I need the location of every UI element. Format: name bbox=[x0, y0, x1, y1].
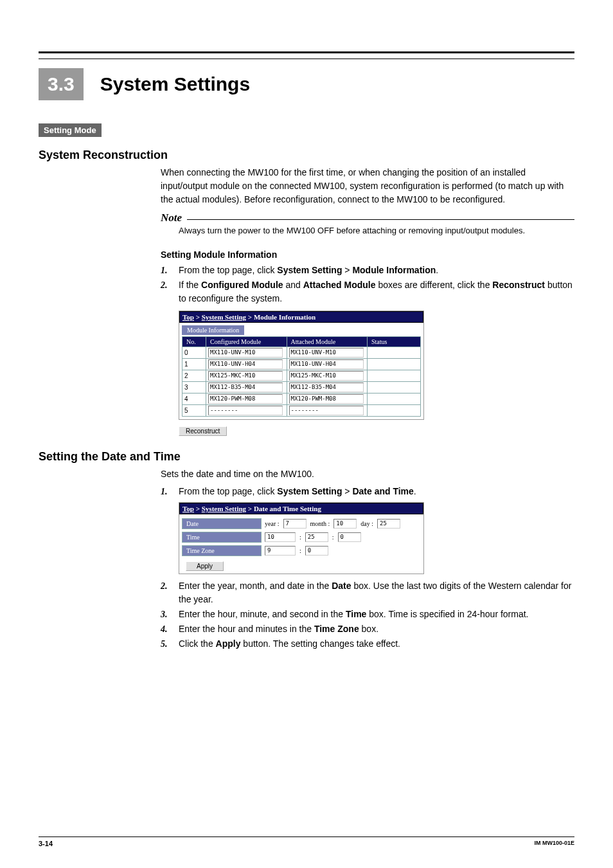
tz-label: Time Zone bbox=[182, 545, 262, 556]
module-info-tab[interactable]: Module Information bbox=[182, 325, 244, 335]
year-input[interactable]: 7 bbox=[283, 519, 306, 529]
conf-input[interactable]: -------- bbox=[208, 406, 283, 415]
chapter-title: System Settings bbox=[100, 73, 250, 95]
page-footer: 3-14 IM MW100-01E bbox=[39, 836, 574, 847]
cell-status bbox=[368, 370, 421, 382]
conf-input[interactable]: MX120-PWM-M08 bbox=[208, 394, 283, 404]
cell-no: 0 bbox=[182, 347, 206, 359]
cell-status bbox=[368, 405, 421, 417]
cell-att: MX110-UNV-H04 bbox=[287, 359, 368, 370]
conf-input[interactable]: MX112-B35-M04 bbox=[208, 383, 283, 392]
step-2: 2. Enter the year, month, and date in th… bbox=[161, 579, 574, 606]
text: If the bbox=[179, 280, 201, 290]
page-number: 3-14 bbox=[39, 840, 53, 847]
module-table: No. Configured Module Attached Module St… bbox=[182, 336, 421, 417]
apply-button[interactable]: Apply bbox=[186, 561, 224, 571]
date-time-screenshot: Top > System Setting > Date and Time Set… bbox=[179, 502, 424, 574]
text: > bbox=[342, 486, 352, 496]
th-conf: Configured Module bbox=[206, 337, 287, 347]
th-status: Status bbox=[368, 337, 421, 347]
conf-input[interactable]: MX110-UNV-H04 bbox=[208, 359, 283, 369]
step-num: 2. bbox=[161, 278, 172, 305]
cell-no: 2 bbox=[182, 370, 206, 382]
time-hour-input[interactable]: 10 bbox=[265, 532, 296, 542]
setting-mode-tag: Setting Mode bbox=[39, 123, 102, 137]
cell-conf: MX125-MKC-M10 bbox=[206, 370, 287, 382]
att-input[interactable]: MX120-PWM-M08 bbox=[289, 394, 364, 404]
tz-hour-input[interactable]: 9 bbox=[265, 546, 296, 556]
date-time-steps: 1. From the top page, click System Setti… bbox=[161, 485, 574, 498]
crumb-sys[interactable]: System Setting bbox=[202, 505, 246, 512]
att-input[interactable]: MX110-UNV-M10 bbox=[289, 348, 364, 357]
module-info-heading: Setting Module Information bbox=[161, 249, 574, 260]
crumb-top[interactable]: Top bbox=[182, 505, 194, 512]
step-num: 1. bbox=[161, 485, 172, 498]
step-2: 2. If the Configured Module and Attached… bbox=[161, 278, 574, 305]
tz-min-input[interactable]: 0 bbox=[305, 546, 328, 556]
cell-status bbox=[368, 359, 421, 370]
text: . bbox=[436, 265, 438, 275]
bold: Reconstruct bbox=[492, 280, 545, 290]
chapter-number: 3.3 bbox=[39, 68, 84, 100]
conf-input[interactable]: MX110-UNV-M10 bbox=[208, 348, 283, 357]
bold: Attached Module bbox=[303, 280, 376, 290]
crumb-last: Date and Time Setting bbox=[254, 505, 321, 512]
cell-no: 3 bbox=[182, 382, 206, 393]
month-input[interactable]: 10 bbox=[333, 519, 357, 529]
note-label: Note bbox=[161, 212, 182, 224]
text: button. The setting changes take effect. bbox=[240, 638, 400, 649]
cell-status bbox=[368, 347, 421, 359]
date-time-para: Sets the date and time on the MW100. bbox=[161, 467, 574, 481]
table-row: 0MX110-UNV-M10MX110-UNV-M10 bbox=[182, 347, 421, 359]
time-sec-input[interactable]: 0 bbox=[338, 532, 361, 542]
crumb-sys[interactable]: System Setting bbox=[202, 313, 246, 321]
date-row: Date year :7 month :10 day :25 bbox=[182, 517, 421, 530]
cell-att: MX125-MKC-M10 bbox=[287, 370, 368, 382]
cell-conf: MX110-UNV-H04 bbox=[206, 359, 287, 370]
att-input[interactable]: MX110-UNV-H04 bbox=[289, 359, 364, 369]
table-row: 4MX120-PWM-M08MX120-PWM-M08 bbox=[182, 393, 421, 405]
step-num: 3. bbox=[161, 608, 172, 621]
conf-input[interactable]: MX125-MKC-M10 bbox=[208, 371, 283, 381]
text: boxes are different, click the bbox=[376, 280, 493, 290]
text: . bbox=[414, 486, 416, 496]
date-time-heading: Setting the Date and Time bbox=[39, 450, 574, 464]
table-row: 1MX110-UNV-H04MX110-UNV-H04 bbox=[182, 359, 421, 370]
bold: Module Information bbox=[352, 265, 436, 275]
bold: Configured Module bbox=[201, 280, 283, 290]
cell-conf: MX120-PWM-M08 bbox=[206, 393, 287, 405]
tz-row: Time Zone 9 : 0 bbox=[182, 544, 421, 557]
text: box. Time is specified in 24-hour format… bbox=[366, 609, 528, 619]
breadcrumb: Top > System Setting > Module Informatio… bbox=[179, 311, 423, 323]
crumb-top[interactable]: Top bbox=[182, 313, 194, 321]
cell-att: MX120-PWM-M08 bbox=[287, 393, 368, 405]
top-rule bbox=[39, 51, 574, 59]
att-input[interactable]: MX112-B35-M04 bbox=[289, 383, 364, 392]
cell-no: 4 bbox=[182, 393, 206, 405]
att-input[interactable]: -------- bbox=[289, 406, 364, 415]
step-3: 3. Enter the hour, minute, and second in… bbox=[161, 608, 574, 621]
reconstruct-button[interactable]: Reconstruct bbox=[179, 426, 227, 436]
text: box. bbox=[359, 624, 378, 634]
doc-id: IM MW100-01E bbox=[534, 840, 574, 847]
table-row: 5---------------- bbox=[182, 405, 421, 417]
day-input[interactable]: 25 bbox=[377, 519, 400, 529]
cell-no: 1 bbox=[182, 359, 206, 370]
table-row: 2MX125-MKC-M10MX125-MKC-M10 bbox=[182, 370, 421, 382]
cell-no: 5 bbox=[182, 405, 206, 417]
system-reconstruction-para: When connecting the MW100 for the first … bbox=[161, 166, 574, 206]
date-label: Date bbox=[182, 518, 262, 529]
cell-att: MX110-UNV-M10 bbox=[287, 347, 368, 359]
step-5: 5. Click the Apply button. The setting c… bbox=[161, 637, 574, 651]
time-min-input[interactable]: 25 bbox=[305, 532, 328, 542]
bold: Apply bbox=[216, 638, 241, 649]
text: Enter the hour, minute, and second in th… bbox=[179, 609, 346, 619]
text: > bbox=[342, 265, 352, 275]
note-text: Always turn the power to the MW100 OFF b… bbox=[179, 226, 574, 235]
text: From the top page, click bbox=[179, 486, 277, 496]
module-info-screenshot: Top > System Setting > Module Informatio… bbox=[179, 311, 424, 420]
page: 3.3 System Settings Setting Mode System … bbox=[0, 0, 613, 868]
chapter-row: 3.3 System Settings bbox=[39, 68, 574, 100]
crumb-last: Module Information bbox=[254, 313, 315, 321]
att-input[interactable]: MX125-MKC-M10 bbox=[289, 371, 364, 381]
